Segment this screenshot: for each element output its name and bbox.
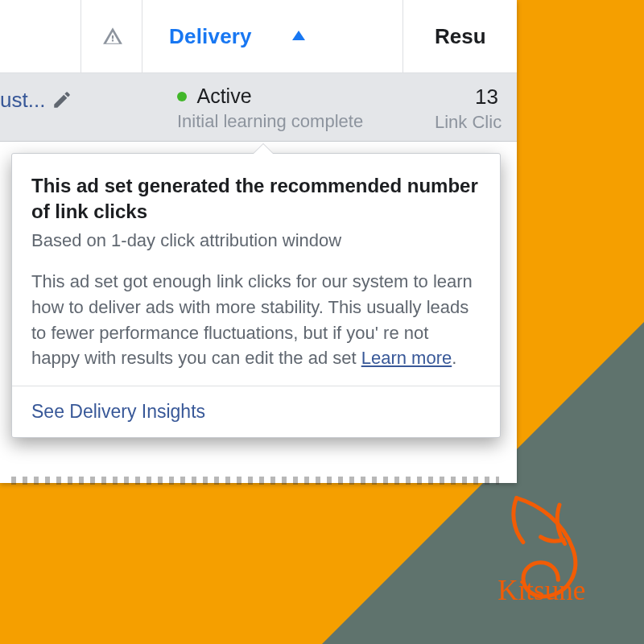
column-divider [402,0,403,72]
delivery-tooltip: This ad set generated the recommended nu… [11,153,501,438]
kitsune-logo: Kitsune [475,493,612,613]
column-header-results[interactable]: Resu [435,0,531,72]
delivery-status-cell: Active Initial learning complete [177,85,363,132]
table-row[interactable]: ust... Active Initial learning complete … [0,73,517,142]
tooltip-period: . [452,348,456,368]
tooltip-body: This ad set generated the recommended nu… [12,154,500,386]
results-value: 13 [475,85,498,109]
adset-name-link[interactable]: ust... [0,88,45,113]
column-header-warning[interactable] [97,0,129,72]
column-divider [80,0,81,72]
ads-manager-panel: Delivery Resu ust... Active Initial lear… [0,0,517,483]
column-divider [142,0,142,72]
edit-icon[interactable] [52,89,72,114]
sort-ascending-icon [292,29,305,43]
tooltip-heading: This ad set generated the recommended nu… [31,173,481,225]
status-dot-icon [177,92,187,101]
delivery-status-subtext: Initial learning complete [177,111,363,132]
kitsune-wordmark: Kitsune [497,575,585,606]
results-label: Link Clic [435,112,502,133]
panel-cut-edge [11,477,499,485]
see-delivery-insights-link[interactable]: See Delivery Insights [31,401,205,422]
column-header-results-label: Resu [435,24,486,49]
table-header-row: Delivery Resu [0,0,517,73]
delivery-status-text: Active [196,85,251,107]
warning-triangle-icon [102,26,123,47]
tooltip-caret-icon [254,144,273,154]
column-header-delivery-label: Delivery [169,24,252,49]
tooltip-paragraph: This ad set got enough link clicks for o… [31,269,481,372]
tooltip-subheading: Based on 1-day click attribution window [31,230,481,251]
tooltip-footer: See Delivery Insights [12,386,500,437]
column-header-delivery[interactable]: Delivery [169,0,354,72]
learn-more-link[interactable]: Learn more [361,348,452,368]
